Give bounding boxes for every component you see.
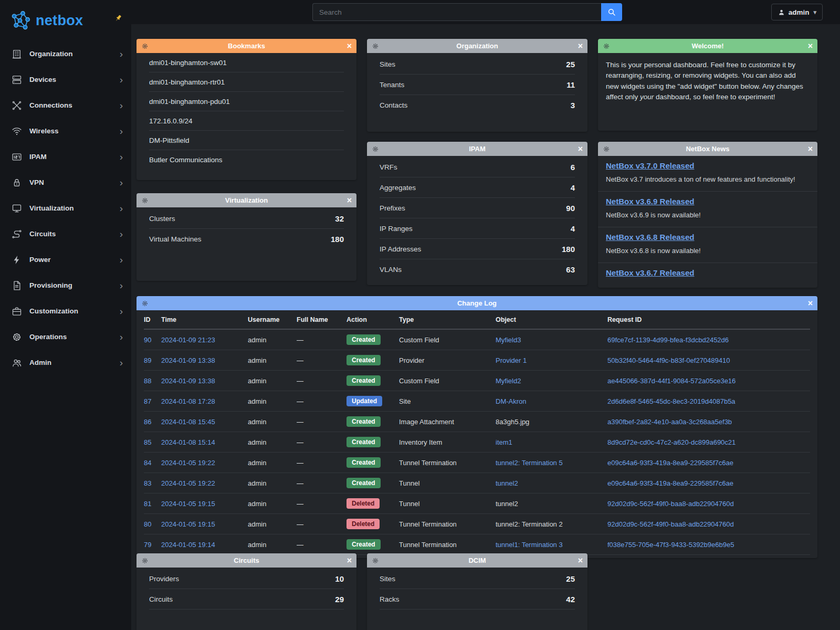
widget-close-icon[interactable]: × [342, 42, 352, 50]
widget-config-icon[interactable] [603, 145, 612, 153]
widget-close-icon[interactable]: × [803, 145, 813, 153]
changelog-object-link[interactable]: tunnel2 [496, 479, 518, 487]
stat-value[interactable]: 25 [566, 60, 575, 69]
changelog-request-id-link[interactable]: f038e755-705e-47f3-9433-5392b9e6b9e5 [607, 541, 734, 549]
news-link[interactable]: NetBox v3.6.9 Released [606, 197, 694, 206]
bookmark-link[interactable]: DM-Pittsfield [149, 136, 190, 144]
changelog-id-link[interactable]: 88 [144, 377, 151, 385]
changelog-id-link[interactable]: 87 [144, 397, 151, 405]
widget-close-icon[interactable]: × [342, 196, 352, 205]
bookmark-link[interactable]: dmi01-binghamton-pdu01 [149, 98, 230, 106]
widget-close-icon[interactable]: × [573, 556, 583, 565]
changelog-id-link[interactable]: 83 [144, 479, 151, 487]
changelog-request-id-link[interactable]: e09c64a6-93f3-419a-8ea9-229585f7c6ae [607, 459, 733, 467]
changelog-time-link[interactable]: 2024-01-09 21:23 [161, 336, 215, 344]
stat-value[interactable]: 6 [571, 163, 575, 172]
stat-value[interactable]: 4 [571, 224, 575, 233]
sidebar-item-power[interactable]: Power › [0, 247, 131, 272]
sidebar-item-provisioning[interactable]: Provisioning › [0, 272, 131, 298]
changelog-time-link[interactable]: 2024-01-08 15:14 [161, 438, 215, 446]
sidebar-item-devices[interactable]: Devices › [0, 67, 131, 92]
search-button[interactable] [601, 3, 622, 21]
changelog-request-id-link[interactable]: e09c64a6-93f3-419a-8ea9-229585f7c6ae [607, 479, 733, 487]
widget-close-icon[interactable]: × [342, 556, 352, 565]
widget-config-icon[interactable] [372, 145, 381, 153]
changelog-time-link[interactable]: 2024-01-05 19:15 [161, 500, 215, 508]
changelog-request-id-link[interactable]: a390fbef-2a82-4e10-aa0a-3c268aa5ef3b [607, 418, 732, 426]
search-input[interactable] [312, 3, 601, 21]
user-menu-button[interactable]: admin ▾ [771, 4, 823, 20]
changelog-id-link[interactable]: 84 [144, 459, 151, 467]
stat-value[interactable]: 180 [331, 235, 344, 244]
sidebar-pin-icon[interactable] [113, 14, 123, 23]
widget-config-icon[interactable] [141, 197, 151, 204]
changelog-time-link[interactable]: 2024-01-08 15:45 [161, 418, 215, 426]
sidebar-item-circuits[interactable]: Circuits › [0, 221, 131, 247]
stat-value[interactable]: 63 [566, 265, 575, 274]
stat-value[interactable]: 25 [566, 574, 575, 583]
changelog-object-link[interactable]: Myfield3 [496, 336, 521, 344]
sidebar-item-operations[interactable]: Operations › [0, 324, 131, 350]
changelog-id-link[interactable]: 80 [144, 520, 151, 528]
stat-value[interactable]: 42 [566, 595, 575, 604]
bookmark-link[interactable]: Butler Communications [149, 156, 223, 164]
stat-value[interactable]: 4 [571, 183, 575, 192]
brand[interactable]: netbox [0, 0, 131, 41]
changelog-id-link[interactable]: 86 [144, 418, 151, 426]
sidebar-item-connections[interactable]: Connections › [0, 92, 131, 118]
sidebar-item-customization[interactable]: Customization › [0, 298, 131, 324]
changelog-time-link[interactable]: 2024-01-05 19:15 [161, 520, 215, 528]
widget-close-icon[interactable]: × [803, 299, 813, 308]
changelog-object-link[interactable]: tunnel2: Termination 5 [496, 459, 563, 467]
changelog-time-link[interactable]: 2024-01-05 19:22 [161, 459, 215, 467]
changelog-request-id-link[interactable]: 69fce7cf-1139-4d99-bfea-f3dcbd2452d6 [607, 336, 729, 344]
changelog-time-link[interactable]: 2024-01-08 17:28 [161, 397, 215, 405]
bookmark-link[interactable]: dmi01-binghamton-sw01 [149, 59, 227, 67]
changelog-time-link[interactable]: 2024-01-05 19:14 [161, 541, 215, 549]
changelog-request-id-link[interactable]: ae445066-387d-44f1-9084-572a05ce3e16 [607, 377, 736, 385]
sidebar-item-ipam[interactable]: IPAM › [0, 144, 131, 170]
widget-config-icon[interactable] [372, 43, 381, 50]
news-link[interactable]: NetBox v3.7.0 Released [606, 161, 694, 170]
widget-config-icon[interactable] [141, 557, 151, 564]
changelog-object-link[interactable]: Provider 1 [496, 356, 527, 364]
changelog-object-link[interactable]: Myfield2 [496, 377, 521, 385]
stat-value[interactable]: 29 [335, 595, 344, 604]
stat-value[interactable]: 180 [562, 245, 575, 254]
changelog-request-id-link[interactable]: 8d9cd72e-cd0c-47c2-a620-dc899a690c21 [607, 438, 736, 446]
sidebar-item-virtualization[interactable]: Virtualization › [0, 195, 131, 221]
changelog-object-link[interactable]: tunnel1: Termination 3 [496, 541, 563, 549]
news-link[interactable]: NetBox v3.6.7 Released [606, 268, 694, 277]
changelog-request-id-link[interactable]: 92d02d9c-562f-49f0-baa8-adb22904760d [607, 520, 734, 528]
changelog-id-link[interactable]: 79 [144, 541, 151, 549]
changelog-time-link[interactable]: 2024-01-09 13:38 [161, 356, 215, 364]
stat-value[interactable]: 10 [335, 574, 344, 583]
changelog-id-link[interactable]: 90 [144, 336, 151, 344]
changelog-time-link[interactable]: 2024-01-05 19:22 [161, 479, 215, 487]
changelog-request-id-link[interactable]: 92d02d9c-562f-49f0-baa8-adb22904760d [607, 500, 734, 508]
sidebar-item-vpn[interactable]: VPN › [0, 170, 131, 195]
changelog-request-id-link[interactable]: 2d6d6e8f-5465-45dc-8ec3-2019d4087b5a [607, 397, 736, 405]
sidebar-item-organization[interactable]: Organization › [0, 41, 131, 67]
sidebar-item-admin[interactable]: Admin › [0, 350, 131, 375]
bookmark-link[interactable]: 172.16.0.9/24 [149, 117, 193, 125]
stat-value[interactable]: 3 [571, 101, 575, 110]
widget-config-icon[interactable] [603, 43, 612, 50]
bookmark-link[interactable]: dmi01-binghamton-rtr01 [149, 78, 225, 86]
widget-close-icon[interactable]: × [803, 42, 813, 50]
changelog-time-link[interactable]: 2024-01-09 13:38 [161, 377, 215, 385]
changelog-id-link[interactable]: 85 [144, 438, 151, 446]
widget-config-icon[interactable] [141, 43, 151, 50]
changelog-request-id-link[interactable]: 50b32f40-5464-4f9c-b83f-0ef270489410 [607, 356, 730, 364]
changelog-object-link[interactable]: item1 [496, 438, 512, 446]
changelog-object-link[interactable]: DM-Akron [496, 397, 527, 405]
stat-value[interactable]: 32 [335, 214, 344, 223]
widget-close-icon[interactable]: × [573, 42, 583, 50]
sidebar-item-wireless[interactable]: Wireless › [0, 118, 131, 144]
news-link[interactable]: NetBox v3.6.8 Released [606, 233, 694, 242]
changelog-id-link[interactable]: 81 [144, 500, 151, 508]
stat-value[interactable]: 90 [566, 204, 575, 213]
stat-value[interactable]: 11 [566, 80, 575, 89]
widget-config-icon[interactable] [372, 557, 381, 564]
widget-config-icon[interactable] [141, 300, 151, 307]
